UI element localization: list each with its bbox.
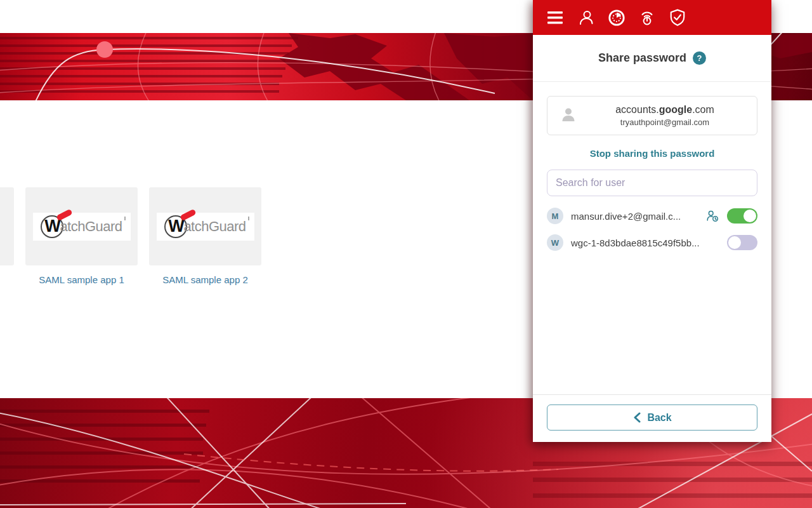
account-domain: accounts.google.com — [615, 102, 714, 117]
share-toggle-off[interactable] — [727, 235, 757, 250]
app-tile-partial[interactable] — [0, 187, 14, 265]
shared-account-card: accounts.google.com tryauthpoint@gmail.c… — [547, 96, 757, 135]
help-icon[interactable]: ? — [693, 51, 706, 65]
stop-sharing-link[interactable]: Stop sharing this password — [547, 148, 757, 159]
app-tile-saml-1[interactable]: W atchGuard — [25, 187, 138, 265]
toggle-knob — [728, 236, 741, 249]
page-title: Share password — [598, 51, 686, 65]
authpoint-extension-popup: Share password ? accounts.google.com try… — [533, 0, 771, 442]
popup-header-bar — [533, 0, 771, 35]
watchguard-logo-text: atchGuard — [183, 218, 246, 235]
globe-node-dot — [96, 41, 113, 58]
shield-check-icon[interactable] — [669, 9, 686, 27]
passcode-icon[interactable] — [608, 9, 625, 27]
avatar: M — [547, 208, 563, 224]
app-tile-label-saml-1[interactable]: SAML sample app 1 — [25, 274, 138, 285]
back-button[interactable]: Back — [547, 404, 757, 431]
search-user-input[interactable] — [547, 170, 757, 196]
user-icon[interactable] — [577, 9, 595, 27]
popup-footer: Back — [533, 394, 771, 442]
share-toggle-on[interactable] — [727, 208, 757, 224]
app-tile-saml-2[interactable]: W atchGuard — [149, 187, 261, 265]
user-name: wgc-1-8d3bdae8815c49f5bb... — [571, 237, 719, 248]
account-email: tryauthpoint@gmail.com — [615, 117, 714, 129]
user-row: M mansur.dive+2@gmail.c... — [547, 203, 757, 229]
avatar: W — [547, 234, 563, 251]
back-button-label: Back — [647, 412, 671, 424]
person-avatar-icon — [559, 105, 578, 126]
chevron-left-icon — [632, 412, 642, 423]
user-clock-icon — [705, 209, 719, 223]
watchguard-logo: W atchGuard — [157, 213, 254, 241]
user-list: M mansur.dive+2@gmail.c... W wgc-1-8d3bd… — [547, 203, 757, 256]
push-icon[interactable] — [638, 9, 656, 27]
trademark-mark — [124, 217, 126, 220]
popup-title-row: Share password ? — [533, 35, 771, 82]
watchguard-logo-text: atchGuard — [60, 218, 122, 235]
toggle-knob — [743, 210, 756, 222]
user-row: W wgc-1-8d3bdae8815c49f5bb... — [547, 229, 757, 256]
watchguard-logo: W atchGuard — [33, 213, 131, 241]
user-name: mansur.dive+2@gmail.c... — [571, 211, 698, 222]
trademark-mark — [248, 217, 249, 220]
app-tile-label-saml-2[interactable]: SAML sample app 2 — [149, 274, 261, 285]
menu-icon[interactable] — [547, 9, 565, 27]
